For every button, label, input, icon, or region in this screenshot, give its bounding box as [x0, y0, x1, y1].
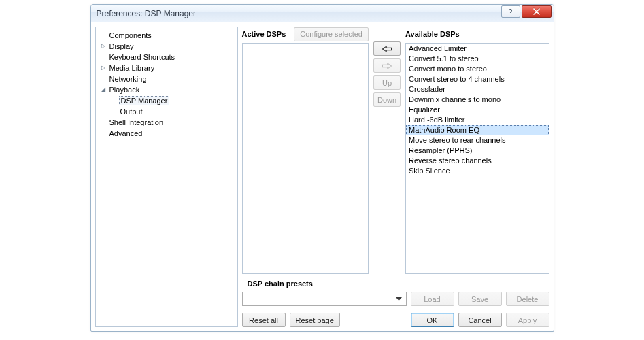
move-up-button[interactable]: Up	[373, 75, 401, 90]
tree-item-label: Components	[108, 31, 153, 39]
add-to-active-button[interactable]	[373, 41, 401, 56]
reset-all-button[interactable]: Reset all	[242, 313, 286, 327]
list-item[interactable]: Resampler (PPHS)	[406, 146, 549, 156]
list-item[interactable]: Reverse stereo channels	[406, 156, 549, 166]
list-item[interactable]: Crossfader	[406, 84, 549, 95]
close-button[interactable]	[522, 5, 552, 18]
tree-item[interactable]: ◢Playback	[97, 84, 236, 95]
list-item[interactable]: Hard -6dB limiter	[406, 115, 549, 125]
arrow-left-icon	[381, 45, 393, 53]
arrow-right-icon	[381, 62, 393, 70]
list-item[interactable]: Convert 5.1 to stereo	[406, 54, 549, 64]
preset-delete-button[interactable]: Delete	[506, 292, 549, 306]
available-dsps-list[interactable]: Advanced LimiterConvert 5.1 to stereoCon…	[405, 43, 549, 274]
list-item[interactable]: Skip Silence	[406, 166, 549, 176]
client-area: ·Components▷Display·Keyboard Shortcuts▷M…	[91, 22, 554, 331]
chevron-down-icon	[394, 294, 404, 304]
tree-item[interactable]: ·Components	[97, 30, 236, 41]
ok-button[interactable]: OK	[411, 313, 454, 327]
tree-item[interactable]: ·Output	[108, 106, 236, 117]
tree-item-label: DSP Manager	[119, 96, 170, 105]
active-dsps-title: Active DSPs	[242, 30, 290, 38]
presets-title: DSP chain presets	[242, 279, 549, 290]
preferences-tree[interactable]: ·Components▷Display·Keyboard Shortcuts▷M…	[95, 27, 238, 327]
list-item[interactable]: Advanced Limiter	[406, 44, 549, 54]
preset-save-button[interactable]: Save	[458, 292, 502, 306]
remove-from-active-button[interactable]	[373, 58, 401, 73]
tree-item-label: Playback	[108, 86, 141, 94]
list-item[interactable]: Convert mono to stereo	[406, 64, 549, 74]
transfer-buttons: Up Down	[373, 27, 401, 274]
help-icon: ?	[509, 8, 513, 16]
tree-item-label: Networking	[108, 75, 148, 83]
presets-combobox[interactable]	[242, 292, 407, 306]
tree-item-label: Keyboard Shortcuts	[108, 53, 177, 61]
tree-item[interactable]: ·Networking	[97, 73, 236, 84]
tree-item-label: Output	[119, 107, 144, 116]
preset-load-button[interactable]: Load	[411, 292, 454, 306]
list-item[interactable]: Convert stereo to 4 channels	[406, 74, 549, 84]
tree-item[interactable]: ·DSP Manager	[108, 95, 236, 106]
list-item[interactable]: MathAudio Room EQ	[406, 125, 549, 135]
window-title: Preferences: DSP Manager	[97, 9, 501, 18]
tree-item[interactable]: ▷Media Library	[97, 63, 236, 73]
tree-item[interactable]: ·Advanced	[97, 128, 236, 139]
tree-item[interactable]: ▷Display	[97, 41, 236, 52]
active-dsps-column: Active DSPs Configure selected	[242, 27, 369, 274]
tree-item-label: Advanced	[108, 129, 144, 137]
list-item[interactable]: Move stereo to rear channels	[406, 135, 549, 146]
dsp-chain-presets: DSP chain presets Load Save Delete	[242, 279, 549, 306]
available-dsps-column: Available DSPs Advanced LimiterConvert 5…	[405, 27, 549, 274]
tree-item[interactable]: ·Shell Integration	[97, 117, 236, 128]
close-icon	[533, 8, 540, 15]
preferences-window: Preferences: DSP Manager ? ·Components▷D…	[90, 4, 554, 332]
configure-selected-button[interactable]: Configure selected	[294, 27, 369, 41]
dsp-manager-panel: Active DSPs Configure selected Up Down	[242, 27, 549, 327]
available-dsps-title: Available DSPs	[405, 30, 549, 38]
cancel-button[interactable]: Cancel	[458, 313, 502, 327]
move-down-button[interactable]: Down	[373, 92, 401, 107]
list-item[interactable]: Equalizer	[406, 105, 549, 115]
reset-page-button[interactable]: Reset page	[290, 313, 340, 327]
tree-item-label: Media Library	[108, 64, 156, 72]
tree-item-label: Display	[108, 42, 135, 50]
tree-item-label: Shell Integration	[108, 118, 165, 126]
help-button[interactable]: ?	[501, 5, 520, 18]
tree-item[interactable]: ·Keyboard Shortcuts	[97, 52, 236, 63]
apply-button[interactable]: Apply	[506, 313, 549, 327]
active-dsps-list[interactable]	[242, 43, 369, 274]
list-item[interactable]: Downmix channels to mono	[406, 95, 549, 105]
titlebar[interactable]: Preferences: DSP Manager ?	[91, 5, 554, 22]
dialog-footer: Reset all Reset page OK Cancel Apply	[242, 306, 549, 327]
